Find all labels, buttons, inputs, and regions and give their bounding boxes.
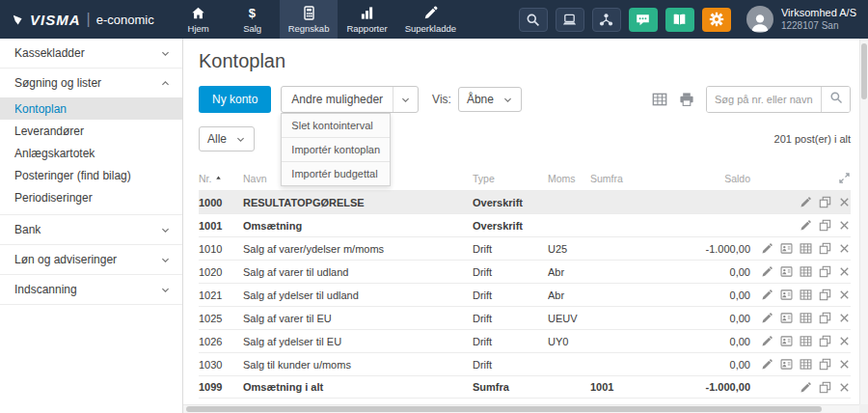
budget-grid-icon[interactable] [800, 335, 812, 347]
nav-item-regnskab[interactable]: Regnskab [280, 0, 339, 39]
sidebar-section-indscanning[interactable]: Indscanning [0, 275, 182, 304]
budget-grid-icon[interactable] [800, 312, 812, 324]
sidebar-section-løn-og-adviseringer[interactable]: Løn og adviseringer [0, 245, 182, 274]
sidebar-section-bank[interactable]: Bank [0, 215, 182, 244]
delete-icon[interactable] [838, 381, 851, 394]
sidebar-section-kassekladder[interactable]: Kassekladder [0, 39, 182, 68]
copy-icon[interactable] [819, 335, 831, 347]
edit-icon[interactable] [800, 219, 812, 232]
new-account-button[interactable]: Ny konto [199, 86, 271, 113]
nav-label: Salg [243, 23, 261, 34]
copy-icon[interactable] [819, 219, 831, 232]
copy-icon[interactable] [819, 358, 831, 371]
inbox-button[interactable] [556, 8, 584, 32]
horizontal-scrollbar[interactable] [183, 404, 859, 413]
table-row-1030[interactable]: 1030Salg til kunder u/momsDrift0,00 [199, 352, 851, 375]
table-row-1025[interactable]: 1025Salg af varer til EUDriftUEUV0,00 [199, 306, 851, 329]
nav-item-rapporter[interactable]: Rapporter [338, 0, 395, 39]
budget-grid-icon[interactable] [800, 265, 812, 278]
account-filter-select[interactable]: Alle [199, 126, 255, 151]
help-book-button[interactable] [665, 8, 694, 32]
sidebar-item-periodiseringer[interactable]: Periodiseringer [0, 186, 182, 208]
table-row-1099[interactable]: 1099Omsætning i altSumfra1001-1.000,00 [199, 375, 851, 399]
delete-icon[interactable] [838, 335, 851, 347]
table-row-1020[interactable]: 1020Salg af varer til udlandDriftAbr0,00 [199, 260, 851, 283]
search-button[interactable] [821, 87, 850, 112]
delete-icon[interactable] [838, 196, 851, 208]
menu-item-importer-budgettal[interactable]: Importér budgettal [282, 162, 390, 185]
chevron-down-icon[interactable] [393, 87, 418, 112]
column-label: Sumfra [590, 173, 623, 184]
delete-icon[interactable] [838, 242, 851, 255]
profile-text: Virksomhed A/S 1228107 San [781, 7, 856, 32]
sidebar-section-søgning-og-lister[interactable]: Søgning og lister [0, 69, 182, 97]
view-filter-select[interactable]: Åbne [458, 87, 522, 112]
sidebar-item-anlægskartotek[interactable]: Anlægskartotek [0, 142, 182, 164]
cell-sumfra: 1001 [590, 381, 644, 393]
sidebar-item-posteringer-find-bilag[interactable]: Posteringer (find bilag) [0, 164, 182, 186]
brand[interactable]: VISMA | e-conomic [0, 0, 172, 39]
horizontal-scrollbar-thumb[interactable] [186, 406, 822, 412]
delete-icon[interactable] [838, 265, 851, 278]
copy-icon[interactable] [819, 289, 831, 301]
copy-icon[interactable] [819, 312, 831, 324]
table-row-1026[interactable]: 1026Salg af ydelser til EUDriftUY00,00 [199, 329, 851, 352]
edit-icon[interactable] [761, 335, 773, 347]
chat-button[interactable] [629, 8, 658, 32]
edit-icon[interactable] [761, 265, 773, 278]
nav-item-hjem[interactable]: Hjem [172, 0, 226, 39]
print-icon[interactable] [679, 92, 694, 107]
delete-icon[interactable] [838, 289, 851, 301]
sidebar-item-kontoplan[interactable]: Kontoplan [0, 97, 182, 120]
edit-icon[interactable] [800, 196, 812, 208]
menu-item-importer-kontoplan[interactable]: Importér kontoplan [282, 138, 390, 162]
budget-grid-icon[interactable] [800, 289, 812, 301]
column-header-saldo[interactable]: Saldo [644, 173, 750, 184]
edit-icon[interactable] [761, 289, 773, 301]
network-icon [599, 13, 613, 27]
nav-item-salg[interactable]: $Salg [226, 0, 280, 39]
sidebar-item-leverandører[interactable]: Leverandører [0, 120, 182, 142]
cell-saldo: -1.000,00 [644, 243, 750, 255]
expand-icon[interactable] [838, 172, 851, 186]
nav-item-superkladde[interactable]: Superkladde [396, 0, 465, 39]
column-header-sumfra[interactable]: Sumfra [590, 173, 644, 184]
copy-icon[interactable] [819, 381, 831, 394]
delete-icon[interactable] [838, 358, 851, 371]
grid-view-icon[interactable] [652, 92, 667, 107]
journal-entries-icon[interactable] [780, 265, 793, 278]
copy-icon[interactable] [819, 265, 831, 278]
budget-grid-icon[interactable] [800, 242, 812, 255]
settings-button[interactable] [702, 8, 731, 32]
edit-icon[interactable] [761, 312, 773, 324]
journal-entries-icon[interactable] [780, 289, 793, 301]
vertical-scrollbar-thumb[interactable] [861, 43, 867, 99]
journal-entries-icon[interactable] [780, 242, 793, 255]
table-row-1000[interactable]: 1000RESULTATOPGØRELSEOverskrift [199, 190, 851, 213]
column-header-type[interactable]: Type [473, 173, 548, 184]
journal-entries-icon[interactable] [780, 312, 793, 324]
table-row-1001[interactable]: 1001OmsætningOverskrift [199, 213, 851, 236]
menu-item-slet-kontointerval[interactable]: Slet kontointerval [282, 114, 390, 138]
cell-type: Drift [473, 336, 548, 347]
column-header-moms[interactable]: Moms [548, 173, 590, 184]
table-row-1021[interactable]: 1021Salg af ydelser til udlandDriftAbr0,… [199, 283, 851, 306]
edit-icon[interactable] [761, 358, 773, 371]
budget-grid-icon[interactable] [800, 358, 812, 371]
edit-icon[interactable] [761, 242, 773, 255]
sharing-button[interactable] [592, 8, 621, 32]
delete-icon[interactable] [838, 219, 851, 232]
more-options-button[interactable]: Andre muligheder Slet kontointerval Impo… [281, 86, 419, 113]
column-header-nr[interactable]: Nr. [199, 173, 243, 184]
profile-menu[interactable]: Virksomhed A/S 1228107 San [743, 0, 868, 39]
vertical-scrollbar[interactable] [859, 39, 868, 404]
journal-entries-icon[interactable] [780, 335, 793, 347]
search-topbar-button[interactable] [519, 8, 548, 32]
copy-icon[interactable] [819, 196, 831, 208]
journal-entries-icon[interactable] [780, 358, 793, 371]
copy-icon[interactable] [819, 242, 831, 255]
search-input[interactable] [707, 87, 821, 112]
edit-icon[interactable] [800, 381, 812, 394]
table-row-1010[interactable]: 1010Salg af varer/ydelser m/momsDriftU25… [199, 236, 851, 260]
delete-icon[interactable] [838, 312, 851, 324]
